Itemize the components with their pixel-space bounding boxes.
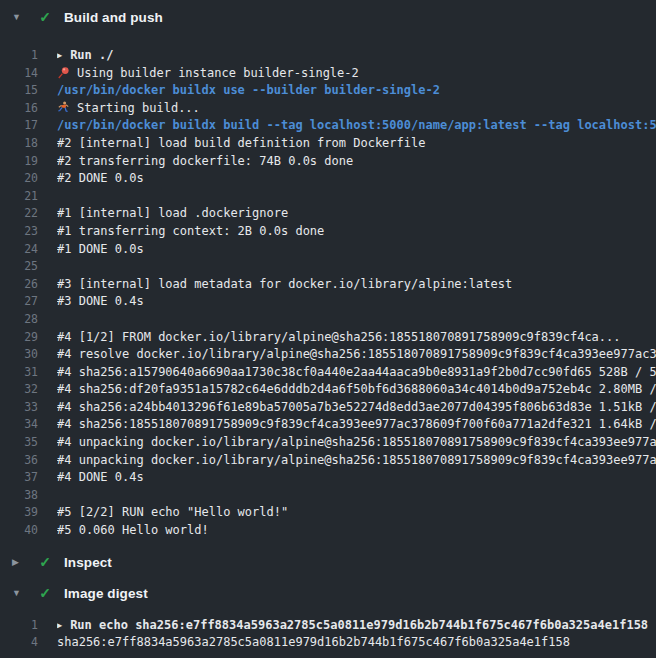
- chevron-down-icon[interactable]: ▼: [12, 12, 28, 22]
- log-text: sha256:e7ff8834a5963a2785c5a0811e979d16b…: [57, 634, 656, 652]
- expand-arrow-icon[interactable]: ▶: [57, 617, 62, 634]
- line-number[interactable]: 36: [0, 452, 38, 470]
- line-number[interactable]: 25: [0, 258, 38, 276]
- log-text: #4 DONE 0.4s: [57, 469, 656, 487]
- log-message-text: #1 transferring context: 2B 0.0s done: [57, 224, 324, 238]
- chevron-right-icon[interactable]: ▶: [12, 557, 28, 567]
- line-number[interactable]: 16: [0, 100, 38, 118]
- log-line: 1▶Run ./: [0, 47, 656, 65]
- log-message-text: #2 DONE 0.0s: [57, 171, 144, 185]
- line-number[interactable]: 17: [0, 117, 38, 135]
- line-number[interactable]: 38: [0, 487, 38, 505]
- command-text: /usr/bin/docker buildx build --tag local…: [57, 118, 656, 132]
- runner-emoji-icon: [57, 101, 70, 114]
- section-title: Inspect: [64, 555, 112, 570]
- log-line: 34#4 sha256:185518070891758909c9f839cf4c…: [0, 416, 656, 434]
- log-line: 38: [0, 487, 656, 505]
- log-line: 16Starting build...: [0, 100, 656, 118]
- log-text: #1 [internal] load .dockerignore: [57, 205, 656, 223]
- line-number[interactable]: 33: [0, 399, 38, 417]
- log-line: 4sha256:e7ff8834a5963a2785c5a0811e979d16…: [0, 634, 656, 652]
- log-line: 40#5 0.060 Hello world!: [0, 522, 656, 540]
- log-line: 28: [0, 311, 656, 329]
- log-line: 35#4 unpacking docker.io/library/alpine@…: [0, 434, 656, 452]
- log-line: 19#2 transferring dockerfile: 74B 0.0s d…: [0, 153, 656, 171]
- line-number[interactable]: 31: [0, 364, 38, 382]
- log-line: 31#4 sha256:a15790640a6690aa1730c38cf0a4…: [0, 364, 656, 382]
- line-number[interactable]: 15: [0, 82, 38, 100]
- line-number[interactable]: 1: [0, 617, 38, 635]
- log-line: 26#3 [internal] load metadata for docker…: [0, 276, 656, 294]
- log-text: #2 [internal] load build definition from…: [57, 135, 656, 153]
- log-text: #4 sha256:a15790640a6690aa1730c38cf0a440…: [57, 364, 656, 382]
- line-number[interactable]: 37: [0, 469, 38, 487]
- log-message-text: #4 sha256:a24bb4013296f61e89ba57005a7b3e…: [57, 400, 656, 414]
- log-line: 30#4 resolve docker.io/library/alpine@sh…: [0, 346, 656, 364]
- log-line: 24#1 DONE 0.0s: [0, 241, 656, 259]
- log-text: /usr/bin/docker buildx use --builder bui…: [57, 82, 656, 100]
- log-text: #4 [1/2] FROM docker.io/library/alpine@s…: [57, 329, 656, 347]
- log-line: 1▶Run echo sha256:e7ff8834a5963a2785c5a0…: [0, 617, 656, 635]
- log-message-text: #1 [internal] load .dockerignore: [57, 206, 288, 220]
- line-number[interactable]: 32: [0, 381, 38, 399]
- line-number[interactable]: 30: [0, 346, 38, 364]
- log-message-text: #4 [1/2] FROM docker.io/library/alpine@s…: [57, 330, 621, 344]
- log-line: 23#1 transferring context: 2B 0.0s done: [0, 223, 656, 241]
- chevron-down-icon[interactable]: ▼: [12, 588, 28, 598]
- section-header-build-and-push[interactable]: ▼✓Build and push: [0, 0, 656, 34]
- line-number[interactable]: 19: [0, 153, 38, 171]
- log-line: 17/usr/bin/docker buildx build --tag loc…: [0, 117, 656, 135]
- check-icon: ✓: [36, 585, 54, 601]
- line-number[interactable]: 39: [0, 504, 38, 522]
- line-number[interactable]: 26: [0, 276, 38, 294]
- line-number[interactable]: 1: [0, 47, 38, 65]
- log-message-text: #4 sha256:a15790640a6690aa1730c38cf0a440…: [57, 365, 656, 379]
- line-number[interactable]: 27: [0, 293, 38, 311]
- log-text: #2 DONE 0.0s: [57, 170, 656, 188]
- line-number[interactable]: 4: [0, 634, 38, 652]
- line-number[interactable]: 14: [0, 65, 38, 83]
- run-group-line: ▶Run ./: [57, 47, 656, 65]
- log-message-text: #4 unpacking docker.io/library/alpine@sh…: [57, 453, 656, 467]
- log-message-text: #4 resolve docker.io/library/alpine@sha2…: [57, 347, 656, 361]
- run-command-text: Run ./: [70, 48, 113, 62]
- log-text: #4 resolve docker.io/library/alpine@sha2…: [57, 346, 656, 364]
- log-block-build-and-push: 1▶Run ./14Using builder instance builder…: [0, 34, 656, 547]
- command-text: /usr/bin/docker buildx use --builder bui…: [57, 83, 440, 97]
- line-number[interactable]: 23: [0, 223, 38, 241]
- log-line: 27#3 DONE 0.4s: [0, 293, 656, 311]
- line-number[interactable]: 29: [0, 329, 38, 347]
- log-text: #5 [2/2] RUN echo "Hello world!": [57, 504, 656, 522]
- log-text: Using builder instance builder-single-2: [57, 65, 656, 83]
- log-line: 18#2 [internal] load build definition fr…: [0, 135, 656, 153]
- section-title: Image digest: [64, 586, 148, 601]
- check-icon: ✓: [36, 9, 54, 25]
- log-text: #1 transferring context: 2B 0.0s done: [57, 223, 656, 241]
- line-number[interactable]: 40: [0, 522, 38, 540]
- log-message-text: #4 DONE 0.4s: [57, 470, 144, 484]
- log-line: 14Using builder instance builder-single-…: [0, 65, 656, 83]
- log-text: #4 sha256:185518070891758909c9f839cf4ca3…: [57, 416, 656, 434]
- log-text: #2 transferring dockerfile: 74B 0.0s don…: [57, 153, 656, 171]
- line-number[interactable]: 35: [0, 434, 38, 452]
- line-number[interactable]: 21: [0, 188, 38, 206]
- line-number[interactable]: 24: [0, 241, 38, 259]
- line-number[interactable]: 20: [0, 170, 38, 188]
- log-message-text: #2 transferring dockerfile: 74B 0.0s don…: [57, 154, 353, 168]
- log-message-text: #4 unpacking docker.io/library/alpine@sh…: [57, 435, 656, 449]
- expand-arrow-icon[interactable]: ▶: [57, 47, 62, 64]
- section-header-image-digest[interactable]: ▼✓Image digest: [0, 578, 656, 609]
- log-line: 37#4 DONE 0.4s: [0, 469, 656, 487]
- line-number[interactable]: 18: [0, 135, 38, 153]
- pushpin-emoji-icon: [57, 66, 70, 79]
- line-number[interactable]: 34: [0, 416, 38, 434]
- line-number[interactable]: 28: [0, 311, 38, 329]
- workflow-log-viewer: ▼✓Build and push1▶Run ./14Using builder …: [0, 0, 656, 658]
- log-message-text: #5 0.060 Hello world!: [57, 523, 209, 537]
- log-message-text: #5 [2/2] RUN echo "Hello world!": [57, 505, 288, 519]
- line-number[interactable]: 22: [0, 205, 38, 223]
- section-header-inspect[interactable]: ▶✓Inspect: [0, 547, 656, 578]
- log-line: 36#4 unpacking docker.io/library/alpine@…: [0, 452, 656, 470]
- log-message-text: #3 DONE 0.4s: [57, 294, 144, 308]
- log-line: 39#5 [2/2] RUN echo "Hello world!": [0, 504, 656, 522]
